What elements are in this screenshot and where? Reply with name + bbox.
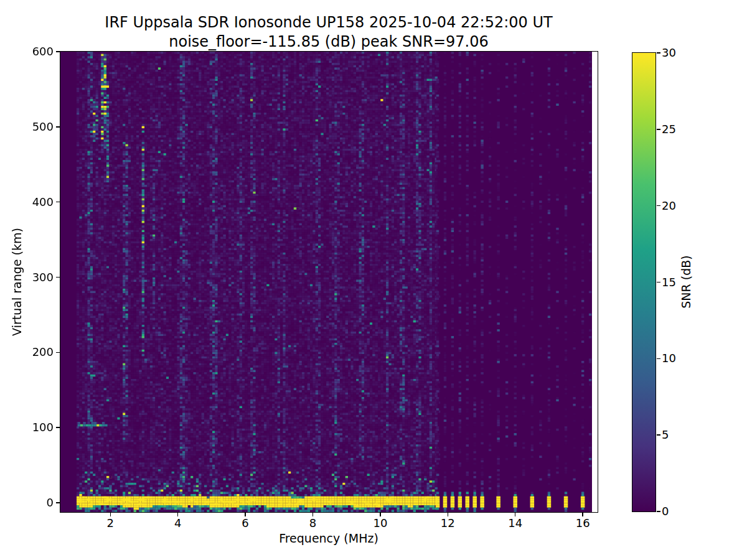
colorbar-tick-mark (657, 282, 660, 282)
y-tick-mark (56, 126, 60, 127)
colorbar-tick-mark (657, 358, 660, 359)
y-tick-label: 400 (15, 195, 54, 209)
x-tick-label: 16 (564, 516, 601, 530)
x-axis-label: Frequency (MHz) (279, 531, 378, 545)
x-tick-label: 2 (92, 516, 129, 530)
x-tick-label: 4 (159, 516, 197, 530)
colorbar-tick-label: 25 (662, 123, 699, 136)
y-tick-mark (56, 352, 60, 353)
x-tick-label: 12 (429, 516, 466, 530)
chart-subtitle: noise_floor=-115.85 (dB) peak SNR=97.06 (169, 32, 489, 51)
figure: IRF Uppsala SDR Ionosonde UP158 2025-10-… (0, 0, 747, 560)
colorbar-tick-label: 30 (662, 46, 699, 60)
y-tick-mark (56, 427, 60, 427)
colorbar (632, 52, 656, 512)
y-tick-mark (56, 502, 60, 503)
y-tick-label: 600 (15, 45, 54, 58)
chart-title: IRF Uppsala SDR Ionosonde UP158 2025-10-… (105, 13, 552, 32)
ionogram-heatmap (60, 52, 592, 512)
colorbar-tick-label: 0 (662, 505, 699, 518)
colorbar-tick-label: 5 (662, 428, 699, 442)
x-tick-label: 6 (227, 516, 264, 530)
y-tick-mark (56, 277, 60, 278)
colorbar-tick-mark (657, 434, 660, 435)
colorbar-tick-mark (657, 52, 660, 53)
y-tick-mark (56, 51, 60, 52)
x-tick-label: 14 (497, 516, 534, 530)
y-tick-label: 100 (15, 421, 54, 434)
colorbar-tick-mark (657, 511, 660, 511)
colorbar-tick-mark (657, 205, 660, 206)
y-tick-label: 500 (15, 120, 54, 134)
y-tick-label: 200 (15, 345, 54, 359)
colorbar-tick-mark (657, 129, 660, 129)
x-tick-label: 8 (294, 516, 331, 530)
y-axis-label: Virtual range (km) (10, 228, 24, 336)
y-tick-mark (56, 202, 60, 202)
colorbar-tick-label: 20 (662, 199, 699, 213)
y-tick-label: 0 (15, 496, 54, 510)
colorbar-tick-label: 10 (662, 352, 699, 365)
colorbar-label: SNR (dB) (679, 255, 693, 308)
x-tick-label: 10 (362, 516, 399, 530)
